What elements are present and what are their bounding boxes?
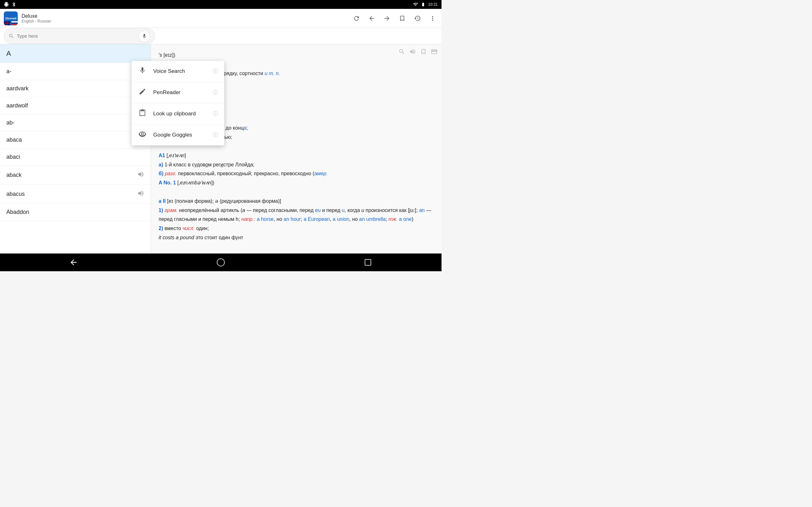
clipboard-label: Look up clipboard [153, 111, 206, 117]
search-bar [0, 28, 442, 44]
app-subtitle: English - Russian [21, 19, 348, 23]
more-button[interactable] [427, 13, 438, 23]
pen-reader-icon [138, 88, 147, 97]
app-bar-icons [351, 13, 438, 23]
nav-recent-button[interactable] [358, 256, 377, 269]
content-icons [398, 48, 438, 57]
status-bar-right: 10:21 [413, 2, 438, 7]
word-item-abaca[interactable]: abaca [0, 131, 151, 149]
word-item-Abaddon[interactable]: Abaddon [0, 204, 151, 221]
content-bookmark-icon[interactable] [420, 48, 427, 57]
search-input-container[interactable] [4, 28, 155, 44]
penreader-info[interactable]: ⓘ [213, 89, 218, 96]
word-item-aback[interactable]: aback [0, 166, 151, 185]
wifi-icon [413, 2, 418, 7]
status-bar-left [4, 2, 16, 7]
svg-rect-1 [365, 260, 371, 266]
dropdown-menu: Voice Search ⓘ PenReader ⓘ Look up clipb… [132, 61, 224, 146]
app-bar: Slovoed Deluxe English - Russian [0, 9, 442, 28]
refresh-button[interactable] [351, 13, 362, 23]
goggles-info[interactable]: ⓘ [213, 132, 218, 138]
time-display: 10:21 [428, 2, 438, 7]
android-icon [4, 2, 9, 7]
main-content: A a- aardvark aardwolf ab- abaca abaci a… [0, 44, 442, 253]
word-item-a-dash[interactable]: a- [0, 63, 151, 80]
search-icon [9, 33, 14, 39]
menu-item-clipboard[interactable]: Look up clipboard ⓘ [132, 103, 224, 124]
history-button[interactable] [412, 13, 422, 23]
app-title-group: Deluxe English - Russian [21, 13, 348, 23]
word-list: A a- aardvark aardwolf ab- abaca abaci a… [0, 44, 151, 253]
penreader-label: PenReader [153, 89, 206, 96]
svg-point-0 [217, 259, 224, 266]
voice-search-info[interactable]: ⓘ [213, 68, 218, 75]
content-volume-icon[interactable] [409, 48, 416, 57]
search-input[interactable] [17, 33, 134, 39]
audio-icon-abacus[interactable] [137, 190, 144, 199]
voice-search-label: Voice Search [153, 68, 206, 74]
menu-item-voice-search[interactable]: Voice Search ⓘ [132, 61, 224, 82]
bottom-nav [0, 253, 442, 271]
word-item-ab-dash[interactable]: ab- [0, 114, 151, 131]
voice-search-icon [138, 66, 147, 76]
word-item-A[interactable]: A [0, 44, 151, 63]
status-bar: 10:21 [0, 0, 442, 9]
word-item-abacus[interactable]: abacus [0, 185, 151, 204]
goggles-icon [138, 130, 147, 140]
mic-button[interactable] [139, 31, 150, 42]
content-card-icon[interactable] [431, 48, 438, 57]
clipboard-icon [138, 109, 147, 118]
app-logo: Slovoed [4, 11, 18, 25]
bookmark-button[interactable] [397, 13, 407, 23]
battery-icon [420, 2, 426, 7]
content-search-icon[interactable] [398, 48, 405, 57]
app-title: Deluxe [21, 13, 348, 19]
menu-item-goggles[interactable]: Google Goggles ⓘ [132, 124, 224, 146]
audio-icon-aback[interactable] [137, 171, 144, 179]
word-item-aardvark[interactable]: aardvark [0, 80, 151, 97]
goggles-label: Google Goggles [153, 132, 206, 138]
nav-back-button[interactable] [64, 256, 83, 269]
menu-item-penreader[interactable]: PenReader ⓘ [132, 82, 224, 103]
nav-home-button[interactable] [211, 256, 230, 269]
back-button[interactable] [367, 13, 377, 23]
bluetooth-icon [11, 2, 16, 7]
clipboard-info[interactable]: ⓘ [213, 111, 218, 117]
forward-button[interactable] [382, 13, 392, 23]
word-item-abaci[interactable]: abaci [0, 149, 151, 166]
word-item-aardwolf[interactable]: aardwolf [0, 97, 151, 114]
